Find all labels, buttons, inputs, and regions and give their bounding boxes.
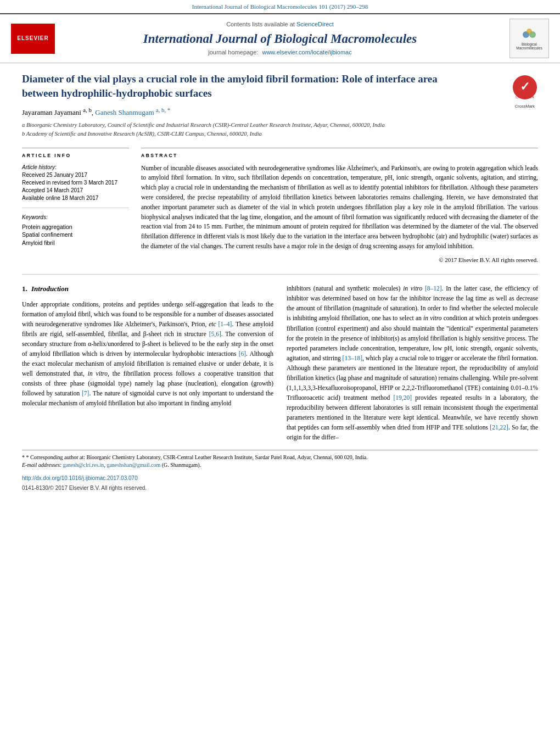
- authors-line: Jayaraman Jayamani a, b, Ganesh Shanmuga…: [22, 106, 538, 118]
- homepage-text: journal homepage:: [208, 49, 258, 55]
- ref-5-6[interactable]: [5,6]: [209, 331, 221, 337]
- svg-point-2: [527, 29, 532, 34]
- top-bar: International Journal of Biological Macr…: [0, 0, 560, 13]
- article-info-abstract: ARTICLE INFO Article history: Received 2…: [0, 143, 560, 269]
- accepted-date: Accepted 14 March 2017: [22, 187, 129, 194]
- elsevier-logo: ELSEVIER: [11, 24, 60, 54]
- footnote-section: * * Corresponding author at: Bioorganic …: [22, 450, 538, 469]
- crossmark-badge: ✓ CrossMark CrossMark: [512, 74, 538, 109]
- email-label: E-mail addresses:: [22, 462, 61, 468]
- body-col-left: 1. Introduction Under appropriate condit…: [22, 283, 273, 442]
- header-center: Contents lists available at ScienceDirec…: [60, 20, 500, 57]
- copyright-line: © 2017 Elsevier B.V. All rights reserved…: [141, 256, 538, 264]
- affiliation-a: a Bioorganic Chemistry Laboratory, Counc…: [22, 121, 538, 130]
- ref-7[interactable]: [7]: [82, 390, 89, 397]
- section-label: Introduction: [31, 284, 69, 293]
- bottom-doi: http://dx.doi.org/10.1016/j.ijbiomac.201…: [0, 472, 560, 483]
- section-1-title: 1. Introduction: [22, 283, 273, 294]
- ref-13-18[interactable]: [13–18]: [343, 355, 362, 361]
- journal-logo-right: BiologicalMacromolecules: [500, 19, 549, 58]
- abstract-heading: ABSTRACT: [141, 153, 538, 159]
- doi-link[interactable]: http://dx.doi.org/10.1016/j.ijbiomac.201…: [22, 475, 138, 481]
- and-text: and: [335, 285, 345, 292]
- abstract-col: ABSTRACT Number of incurable diseases as…: [141, 148, 538, 265]
- received-date: Received 25 January 2017: [22, 171, 129, 179]
- homepage-line: journal homepage: www.elsevier.com/locat…: [66, 48, 494, 57]
- intro-paragraph-2: inhibitors (natural and synthetic molecu…: [287, 283, 538, 442]
- affiliation-b: b Academy of Scientific and Innovative R…: [22, 130, 538, 138]
- body-section: 1. Introduction Under appropriate condit…: [0, 280, 560, 448]
- article-header: ✓ CrossMark CrossMark Diameter of the vi…: [0, 63, 560, 143]
- ref-1-4[interactable]: [1–4]: [218, 321, 232, 327]
- footnote-email: E-mail addresses: ganesh@clri.res.in, ga…: [22, 461, 538, 469]
- body-col-right: inhibitors (natural and synthetic molecu…: [287, 283, 538, 442]
- history-label: Article history:: [22, 164, 129, 171]
- contents-available-line: Contents lists available at ScienceDirec…: [66, 20, 494, 29]
- intro-paragraph-1: Under appropriate conditions, proteins a…: [22, 299, 273, 409]
- article-info-heading: ARTICLE INFO: [22, 153, 129, 159]
- article-info-col: ARTICLE INFO Article history: Received 2…: [22, 148, 129, 265]
- ref-19-20[interactable]: [19,20]: [394, 394, 412, 401]
- sciencedirect-link[interactable]: ScienceDirect: [296, 21, 334, 27]
- keyword3: Amyloid fibril: [22, 239, 129, 247]
- keyword2: Spatial confinement: [22, 231, 129, 239]
- footnote-star: * * Corresponding author at: Bioorganic …: [22, 454, 538, 461]
- top-bar-text: International Journal of Biological Macr…: [192, 3, 368, 10]
- available-date: Available online 18 March 2017: [22, 194, 129, 202]
- journal-logo-icon: [520, 27, 538, 42]
- ref-6b[interactable]: [6]: [239, 350, 246, 357]
- ref-8-12[interactable]: [8–12]: [425, 285, 442, 292]
- contents-text: Contents lists available at: [226, 21, 295, 27]
- elsevier-label: ELSEVIER: [17, 35, 48, 42]
- author2: Ganesh Shanmugam a, b, *: [95, 108, 170, 116]
- ref-21-22[interactable]: [21,22]: [490, 424, 508, 431]
- journal-header: ELSEVIER Contents lists available at Sci…: [0, 13, 560, 63]
- svg-text:✓: ✓: [520, 80, 530, 93]
- logo-right-label: BiologicalMacromolecules: [516, 42, 542, 51]
- keyword1: Protein aggregation: [22, 223, 129, 231]
- section-divider: [22, 274, 538, 275]
- article-title: Diameter of the vial plays a crucial rol…: [22, 72, 467, 100]
- homepage-link[interactable]: www.elsevier.com/locate/ijbiomac: [262, 49, 351, 55]
- email2-link[interactable]: ganeshshan@gmail.com: [107, 462, 160, 468]
- journal-title: International Journal of Biological Macr…: [66, 31, 494, 47]
- article-history-block: Article history: Received 25 January 201…: [22, 164, 129, 208]
- affiliations: a Bioorganic Chemistry Laboratory, Counc…: [22, 121, 538, 139]
- email1-link[interactable]: ganesh@clri.res.in: [63, 462, 104, 468]
- received-revised-date: Received in revised form 3 March 2017: [22, 179, 129, 187]
- svg-text:CrossMark: CrossMark: [516, 95, 534, 99]
- keywords-block: Keywords: Protein aggregation Spatial co…: [22, 214, 129, 247]
- author1: Jayaraman Jayamani a, b,: [22, 108, 95, 116]
- email2-attr: (G. Shanmugam).: [162, 462, 201, 468]
- keywords-heading: Keywords:: [22, 214, 129, 221]
- bottom-issn: 0141-8130/© 2017 Elsevier B.V. All right…: [0, 483, 560, 498]
- abstract-text: Number of incurable diseases associated …: [141, 164, 538, 252]
